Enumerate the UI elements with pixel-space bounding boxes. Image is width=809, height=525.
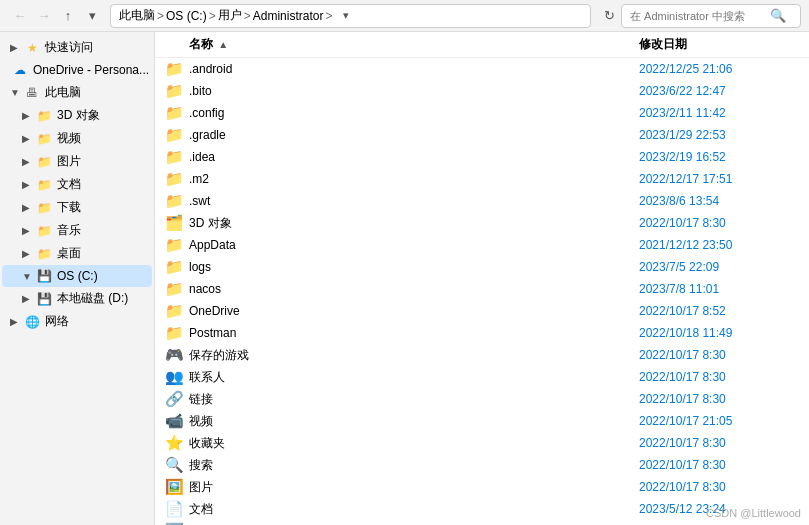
file-row[interactable]: 📁 .bito 2023/6/22 12:47 — [155, 80, 809, 102]
folder-music-icon: 📁 — [36, 223, 52, 239]
breadcrumb-users[interactable]: 用户 — [218, 7, 242, 24]
file-name: .idea — [189, 150, 639, 164]
file-row[interactable]: ⭐ 收藏夹 2022/10/17 8:30 — [155, 432, 809, 454]
file-icon: 📁 — [165, 258, 183, 276]
file-date: 2022/10/17 8:30 — [639, 392, 799, 406]
pc-icon: 🖶 — [24, 85, 40, 101]
file-row[interactable]: 📁 Postman 2022/10/18 11:49 — [155, 322, 809, 344]
file-row[interactable]: 🎮 保存的游戏 2022/10/17 8:30 — [155, 344, 809, 366]
recent-button[interactable]: ▾ — [80, 4, 104, 28]
file-icon: 📁 — [165, 60, 183, 78]
file-name: 3D 对象 — [189, 215, 639, 232]
file-name: 搜索 — [189, 457, 639, 474]
file-name: .android — [189, 62, 639, 76]
network-icon: 🌐 — [24, 314, 40, 330]
sidebar-label-this-pc: 此电脑 — [45, 84, 81, 101]
sidebar: ▶ ★ 快速访问 ☁ OneDrive - Persona... ▼ 🖶 此电脑… — [0, 32, 155, 525]
file-row[interactable]: 📁 .swt 2023/8/6 13:54 — [155, 190, 809, 212]
sidebar-label-network: 网络 — [45, 313, 69, 330]
file-date: 2023/7/5 22:09 — [639, 260, 799, 274]
back-button[interactable]: ← — [8, 4, 32, 28]
sidebar-item-3dobjects[interactable]: ▶ 📁 3D 对象 — [2, 104, 152, 127]
file-row[interactable]: 📁 OneDrive 2022/10/17 8:52 — [155, 300, 809, 322]
sidebar-label-documents: 文档 — [57, 176, 81, 193]
file-row[interactable]: 🔍 搜索 2022/10/17 8:30 — [155, 454, 809, 476]
sidebar-label-desktop: 桌面 — [57, 245, 81, 262]
up-button[interactable]: ↑ — [56, 4, 80, 28]
sidebar-item-music[interactable]: ▶ 📁 音乐 — [2, 219, 152, 242]
file-date: 2023/1/29 22:53 — [639, 128, 799, 142]
col-date-header: 修改日期 — [639, 36, 799, 53]
file-name: .config — [189, 106, 639, 120]
sidebar-item-this-pc[interactable]: ▼ 🖶 此电脑 — [2, 81, 152, 104]
sidebar-item-quick-access[interactable]: ▶ ★ 快速访问 — [2, 36, 152, 59]
file-name: 联系人 — [189, 369, 639, 386]
file-row[interactable]: 📁 nacos 2023/7/8 11:01 — [155, 278, 809, 300]
sidebar-item-documents[interactable]: ▶ 📁 文档 — [2, 173, 152, 196]
file-row[interactable]: 📁 AppData 2021/12/12 23:50 — [155, 234, 809, 256]
file-row[interactable]: 📄 文档 2023/5/12 23:24 — [155, 498, 809, 520]
file-row[interactable]: 👥 联系人 2022/10/17 8:30 — [155, 366, 809, 388]
file-name: 链接 — [189, 391, 639, 408]
file-name: .swt — [189, 194, 639, 208]
sidebar-item-downloads[interactable]: ▶ 📁 下载 — [2, 196, 152, 219]
file-date: 2023/2/19 16:52 — [639, 150, 799, 164]
col-name-header: 名称 ▲ — [189, 36, 639, 53]
file-icon: 🔗 — [165, 390, 183, 408]
file-date: 2022/10/17 21:05 — [639, 414, 799, 428]
file-icon: 📁 — [165, 104, 183, 122]
content-header: 名称 ▲ 修改日期 — [155, 32, 809, 58]
file-row[interactable]: 🗂️ 3D 对象 2022/10/17 8:30 — [155, 212, 809, 234]
file-name: 图片 — [189, 479, 639, 496]
refresh-button[interactable]: ↻ — [597, 4, 621, 28]
file-row[interactable]: 📁 .m2 2022/12/17 17:51 — [155, 168, 809, 190]
file-row[interactable]: ⬇️ 下载 2023/8/5 8:56 — [155, 520, 809, 525]
file-date: 2023/7/8 11:01 — [639, 282, 799, 296]
sidebar-item-local-d[interactable]: ▶ 💾 本地磁盘 (D:) — [2, 287, 152, 310]
file-row[interactable]: 📁 .config 2023/2/11 11:42 — [155, 102, 809, 124]
file-date: 2022/10/17 8:30 — [639, 436, 799, 450]
folder-3d-icon: 📁 — [36, 108, 52, 124]
file-row[interactable]: 📁 .android 2022/12/25 21:06 — [155, 58, 809, 80]
sidebar-item-desktop[interactable]: ▶ 📁 桌面 — [2, 242, 152, 265]
search-input[interactable] — [630, 10, 770, 22]
sidebar-item-pictures[interactable]: ▶ 📁 图片 — [2, 150, 152, 173]
sidebar-item-network[interactable]: ▶ 🌐 网络 — [2, 310, 152, 333]
folder-video-icon: 📁 — [36, 131, 52, 147]
title-bar: ← → ↑ ▾ 此电脑 > OS (C:) > 用户 > Administrat… — [0, 0, 809, 32]
folder-dl-icon: 📁 — [36, 200, 52, 216]
file-date: 2022/10/17 8:30 — [639, 480, 799, 494]
file-row[interactable]: 🔗 链接 2022/10/17 8:30 — [155, 388, 809, 410]
file-name: 视频 — [189, 413, 639, 430]
sidebar-item-onedrive[interactable]: ☁ OneDrive - Persona... — [2, 59, 152, 81]
file-date: 2022/10/17 8:30 — [639, 370, 799, 384]
file-icon: 📁 — [165, 280, 183, 298]
breadcrumb-drive[interactable]: OS (C:) — [166, 9, 207, 23]
file-row[interactable]: 📁 logs 2023/7/5 22:09 — [155, 256, 809, 278]
file-name: 文档 — [189, 501, 639, 518]
file-row[interactable]: 📁 .idea 2023/2/19 16:52 — [155, 146, 809, 168]
file-icon: 🔍 — [165, 456, 183, 474]
file-date: 2022/10/17 8:52 — [639, 304, 799, 318]
file-icon: ⭐ — [165, 434, 183, 452]
file-icon: 📁 — [165, 236, 183, 254]
breadcrumb-pc[interactable]: 此电脑 — [119, 7, 155, 24]
file-date: 2023/6/22 12:47 — [639, 84, 799, 98]
file-row[interactable]: 🖼️ 图片 2022/10/17 8:30 — [155, 476, 809, 498]
forward-button[interactable]: → — [32, 4, 56, 28]
sort-arrow[interactable]: ▲ — [218, 39, 228, 50]
file-date: 2022/12/25 21:06 — [639, 62, 799, 76]
breadcrumb-dropdown[interactable]: ▾ — [334, 4, 358, 28]
file-name: 收藏夹 — [189, 435, 639, 452]
file-row[interactable]: 📹 视频 2022/10/17 21:05 — [155, 410, 809, 432]
sidebar-label-downloads: 下载 — [57, 199, 81, 216]
breadcrumb-admin[interactable]: Administrator — [253, 9, 324, 23]
sidebar-item-os-c[interactable]: ▼ 💾 OS (C:) — [2, 265, 152, 287]
star-icon: ★ — [24, 40, 40, 56]
file-date: 2022/10/18 11:49 — [639, 326, 799, 340]
file-icon: 📁 — [165, 324, 183, 342]
file-icon: 📁 — [165, 170, 183, 188]
sidebar-item-videos[interactable]: ▶ 📁 视频 — [2, 127, 152, 150]
file-icon: 📁 — [165, 302, 183, 320]
file-row[interactable]: 📁 .gradle 2023/1/29 22:53 — [155, 124, 809, 146]
